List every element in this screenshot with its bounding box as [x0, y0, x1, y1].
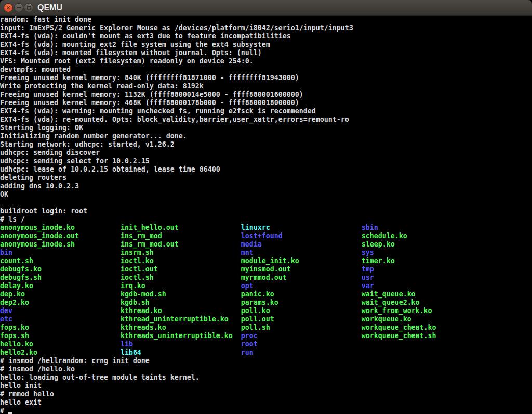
console-line: Starting logging: OK — [0, 124, 532, 132]
console-line: dev kthread.ko poll.ko work_from_work.ko — [0, 307, 532, 315]
console-text: EXT4-fs (vda): warning: mounting uncheck… — [0, 107, 316, 115]
console-text: EXT4-fs (vda): couldn't mount as ext3 du… — [0, 32, 291, 40]
console-line: etc kthread_uninterruptible.ko poll.out … — [0, 315, 532, 324]
console-line: anonymous_inode.ko init_hello.out linuxr… — [0, 224, 532, 232]
file-entry: bin — [0, 249, 121, 256]
file-entry: count.sh — [0, 257, 121, 265]
file-entry: sleep.ko — [362, 240, 482, 248]
console-text: Freeing unused kernel memory: 468K (ffff… — [0, 99, 299, 107]
console-line: EXT4-fs (vda): warning: mounting uncheck… — [0, 107, 532, 115]
file-entry: anonymous_inode.sh — [0, 240, 121, 248]
file-entry: ioctl.ko — [121, 257, 241, 265]
file-entry: sys — [362, 249, 482, 256]
console-text: input: ImExPS/2 Generic Explorer Mouse a… — [0, 24, 353, 32]
file-entry: poll.ko — [241, 307, 362, 315]
console-output: random: fast init doneinput: ImExPS/2 Ge… — [0, 16, 532, 414]
file-entry: lost+found — [241, 232, 362, 240]
console-text: # insmod /hello.ko — [0, 365, 75, 373]
console-text: Write protecting the kernel read-only da… — [0, 82, 204, 90]
file-entry: module_init.ko — [241, 257, 362, 265]
file-entry: sbin — [362, 224, 482, 231]
console-line: # insmod /hellrandom: crng init done — [0, 357, 532, 365]
console-line: EXT4-fs (vda): couldn't mount as ext3 du… — [0, 32, 532, 41]
console-text: udhcpc: lease of 10.0.2.15 obtained, lea… — [0, 165, 220, 173]
console-line: EXT4-fs (vda): mounting ext2 file system… — [0, 41, 532, 49]
file-entry: root — [241, 340, 362, 348]
file-entry: kthreads_uninterruptible.ko — [121, 332, 241, 340]
file-entry: kthread.ko — [121, 307, 241, 315]
console-text: EXT4-fs (vda): mounting ext2 file system… — [0, 41, 270, 48]
console-line: # ls / — [0, 215, 532, 224]
file-entry: init_hello.out — [121, 224, 241, 231]
console-line: dep.ko kgdb-mod.sh panic.ko wait_queue.k… — [0, 290, 532, 299]
console-line: hello.ko lib root — [0, 340, 532, 348]
file-entry: insrm.sh — [121, 249, 241, 256]
file-entry: linuxrc — [241, 224, 362, 231]
file-entry: myrmmod.out — [241, 274, 362, 281]
console-text: hello: loading out-of-tree module taints… — [0, 373, 200, 381]
console-text: udhcpc: sending discover — [0, 149, 100, 157]
console-line: buildroot login: root — [0, 207, 532, 215]
file-entry: poll.sh — [241, 324, 362, 331]
console-text: Starting network: udhcpc: started, v1.26… — [0, 140, 175, 148]
file-entry: workqueue_cheat.sh — [362, 332, 482, 340]
maximize-button[interactable] — [24, 3, 33, 12]
console-text: Freeing unused kernel memory: 840K (ffff… — [0, 74, 299, 82]
console-line: dep2.ko kgdb.sh params.ko wait_queue2.ko — [0, 299, 532, 307]
console-line — [0, 199, 532, 207]
console-text: VFS: Mounted root (ext2 filesystem) read… — [0, 57, 254, 65]
console-line: Write protecting the kernel read-only da… — [0, 82, 532, 90]
file-entry: dev — [0, 307, 121, 315]
console-line: anonymous_inode.out ins_rm_mod lost+foun… — [0, 232, 532, 240]
console-line: count.sh ioctl.ko module_init.ko timer.k… — [0, 257, 532, 265]
console-line: udhcpc: lease of 10.0.2.15 obtained, lea… — [0, 165, 532, 174]
file-entry: workqueue_cheat.ko — [362, 324, 482, 331]
file-entry: usr — [362, 274, 482, 281]
console-line: fops.sh kthreads_uninterruptible.ko proc… — [0, 332, 532, 340]
console-line: Initializing random number generator... … — [0, 132, 532, 140]
file-entry: wait_queue2.ko — [362, 299, 482, 306]
file-entry: schedule.ko — [362, 232, 482, 240]
console-text: adding dns 10.0.2.3 — [0, 182, 79, 190]
file-entry: etc — [0, 315, 121, 323]
console-line: # — [0, 407, 532, 414]
console-line: EXT4-fs (vda): mounted filesystem withou… — [0, 49, 532, 57]
console-text: hello exit — [0, 398, 42, 406]
console-text: Freeing unused kernel memory: 1132K (fff… — [0, 90, 303, 98]
console-text: Starting logging: OK — [0, 124, 83, 132]
file-entry: delay.ko — [0, 282, 121, 290]
console-text: hello init — [0, 382, 42, 390]
minimize-button[interactable] — [14, 3, 23, 12]
file-entry: hello.ko — [0, 340, 121, 348]
file-entry: fops.sh — [0, 332, 121, 340]
console-line: EXT4-fs (vda): re-mounted. Opts: block_v… — [0, 115, 532, 124]
file-entry: timer.ko — [362, 257, 482, 265]
console-text: devtmpfs: mounted — [0, 66, 71, 73]
file-entry: opt — [241, 282, 362, 290]
console-line: # insmod /hello.ko — [0, 365, 532, 373]
console-line: devtmpfs: mounted — [0, 66, 532, 74]
console-line: Freeing unused kernel memory: 468K (ffff… — [0, 99, 532, 107]
console-text: buildroot login: root — [0, 207, 87, 215]
console-line: hello: loading out-of-tree module taints… — [0, 373, 532, 382]
console-line: udhcpc: sending discover — [0, 149, 532, 157]
file-entry: debugfs.sh — [0, 274, 121, 281]
file-entry: kthreads.ko — [121, 324, 241, 331]
console-text: Initializing random number generator... … — [0, 132, 187, 140]
console-line: udhcpc: sending select for 10.0.2.15 — [0, 157, 532, 165]
file-entry: kgdb.sh — [121, 299, 241, 306]
console-text: udhcpc: sending select for 10.0.2.15 — [0, 157, 150, 165]
console-line: input: ImExPS/2 Generic Explorer Mouse a… — [0, 24, 532, 32]
close-icon: ✕ — [6, 5, 10, 11]
file-entry: ins_rm_mod.out — [121, 240, 241, 248]
file-entry: kthread_uninterruptible.ko — [121, 315, 241, 323]
file-entry: kgdb-mod.sh — [121, 290, 241, 298]
console-text: # rmmod hello — [0, 390, 54, 398]
close-button[interactable]: ✕ — [4, 3, 13, 12]
qemu-window: ✕ QEMU random: fast init doneinput: ImEx… — [0, 0, 532, 414]
file-entry: params.ko — [241, 299, 362, 306]
console-line: hello2.ko lib64 run — [0, 348, 532, 357]
console-text: # insmod /hellrandom: crng init done — [0, 357, 150, 365]
titlebar: ✕ QEMU — [0, 0, 532, 16]
console-line: debugfs.sh ioctl.sh myrmmod.out usr — [0, 274, 532, 282]
